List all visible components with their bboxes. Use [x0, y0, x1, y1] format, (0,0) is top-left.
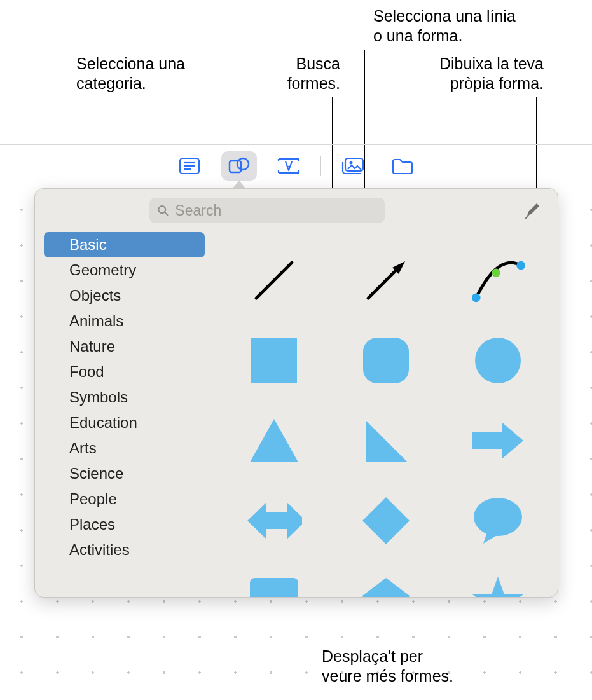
svg-marker-19 — [250, 419, 298, 462]
svg-marker-29 — [472, 577, 523, 597]
circle-shape[interactable] — [470, 333, 526, 388]
toolbar-separator — [320, 156, 321, 176]
arrow-left-right-shape-icon — [246, 501, 302, 540]
arrow-right-shape[interactable] — [470, 413, 526, 469]
diamond-shape[interactable] — [358, 493, 414, 549]
svg-rect-17 — [363, 338, 409, 383]
shapes-popover: BasicGeometryObjectsAnimalsNatureFoodSym… — [34, 188, 558, 598]
callout-rect-shape[interactable] — [246, 573, 302, 597]
rounded-square-shape-icon — [362, 336, 410, 385]
svg-point-8 — [158, 206, 165, 213]
category-item-education[interactable]: Education — [44, 410, 205, 436]
category-item-nature[interactable]: Nature — [44, 334, 205, 359]
category-item-basic[interactable]: Basic — [44, 232, 205, 257]
pen-icon — [523, 202, 541, 219]
text-box-icon — [276, 156, 301, 175]
speech-bubble-shape[interactable] — [470, 493, 526, 549]
category-item-geometry[interactable]: Geometry — [44, 257, 205, 283]
diamond-shape-icon — [361, 496, 411, 546]
leader — [332, 97, 333, 198]
folder-button[interactable] — [385, 151, 420, 181]
draw-shape-button[interactable] — [521, 199, 544, 222]
rounded-square-shape[interactable] — [358, 333, 414, 388]
pentagon-shape[interactable] — [358, 573, 414, 597]
line-shape[interactable] — [246, 252, 302, 308]
search-icon — [157, 204, 169, 217]
folder-icon — [391, 156, 414, 175]
line-shape-icon — [249, 255, 299, 306]
circle-shape-icon — [474, 336, 522, 385]
media-button[interactable] — [335, 151, 371, 181]
svg-marker-22 — [247, 502, 302, 539]
leader — [364, 50, 365, 209]
text-block-button[interactable] — [172, 151, 207, 181]
category-item-animals[interactable]: Animals — [44, 308, 205, 334]
svg-marker-21 — [472, 422, 523, 459]
leader — [313, 591, 313, 642]
square-shape[interactable] — [246, 333, 302, 388]
callout-search-shapes: Buscaformes. — [277, 54, 340, 94]
arrow-line-shape-icon — [361, 255, 411, 306]
category-item-arts[interactable]: Arts — [44, 436, 205, 461]
svg-line-10 — [256, 263, 292, 298]
category-item-science[interactable]: Science — [44, 461, 205, 486]
shapes-icon — [228, 156, 251, 176]
curve-editable-shape-icon — [470, 255, 526, 306]
category-item-symbols[interactable]: Symbols — [44, 385, 205, 410]
svg-marker-20 — [366, 420, 408, 462]
right-triangle-shape-icon — [363, 418, 409, 463]
callout-select-category: Selecciona unacategoria. — [76, 54, 185, 94]
svg-line-9 — [165, 212, 167, 215]
category-sidebar: BasicGeometryObjectsAnimalsNatureFoodSym… — [35, 230, 214, 597]
leader — [536, 97, 537, 197]
svg-point-5 — [237, 158, 249, 170]
arrow-left-right-shape[interactable] — [246, 493, 302, 549]
callout-scroll-more: Desplaça't perveure més formes. — [322, 647, 453, 687]
svg-rect-4 — [230, 161, 241, 172]
media-icon — [340, 156, 366, 175]
pentagon-shape-icon — [361, 577, 411, 597]
insert-toolbar — [0, 151, 592, 181]
callout-draw-own: Dibuixa la tevapròpia forma. — [416, 54, 544, 94]
svg-line-11 — [368, 266, 400, 298]
square-shape-icon — [250, 336, 298, 385]
svg-point-24 — [474, 498, 522, 536]
panel-body: BasicGeometryObjectsAnimalsNatureFoodSym… — [35, 230, 558, 597]
divider — [0, 144, 592, 145]
shapes-grid — [237, 252, 535, 597]
speech-bubble-shape-icon — [472, 497, 524, 545]
arrow-line-shape[interactable] — [358, 252, 414, 308]
search-field-wrap[interactable] — [149, 198, 385, 223]
right-triangle-shape[interactable] — [358, 413, 414, 469]
svg-point-15 — [492, 268, 500, 277]
panel-header — [35, 189, 558, 230]
star-shape-icon — [471, 575, 525, 597]
text-box-button[interactable] — [271, 151, 306, 181]
svg-marker-25 — [483, 532, 500, 544]
shapes-grid-area[interactable] — [214, 230, 558, 597]
text-block-icon — [179, 157, 200, 175]
curve-editable-shape[interactable] — [470, 252, 526, 308]
svg-marker-28 — [362, 578, 410, 597]
search-input[interactable] — [175, 202, 377, 219]
svg-rect-26 — [250, 578, 298, 597]
category-item-objects[interactable]: Objects — [44, 283, 205, 308]
triangle-shape[interactable] — [246, 413, 302, 469]
shapes-button[interactable] — [221, 151, 257, 181]
category-item-food[interactable]: Food — [44, 359, 205, 385]
callout-select-line: Selecciona una líniao una forma. — [373, 6, 516, 46]
star-shape[interactable] — [470, 573, 526, 597]
svg-marker-23 — [362, 497, 410, 544]
svg-point-18 — [475, 338, 521, 383]
category-item-activities[interactable]: Activities — [44, 537, 205, 563]
svg-rect-16 — [251, 338, 297, 383]
category-item-places[interactable]: Places — [44, 512, 205, 537]
svg-point-7 — [350, 161, 353, 165]
category-item-people[interactable]: People — [44, 486, 205, 512]
triangle-shape-icon — [249, 418, 299, 463]
arrow-right-shape-icon — [471, 421, 525, 460]
svg-point-13 — [472, 294, 481, 303]
svg-point-14 — [516, 261, 525, 270]
callout-rect-shape-icon — [249, 577, 299, 597]
